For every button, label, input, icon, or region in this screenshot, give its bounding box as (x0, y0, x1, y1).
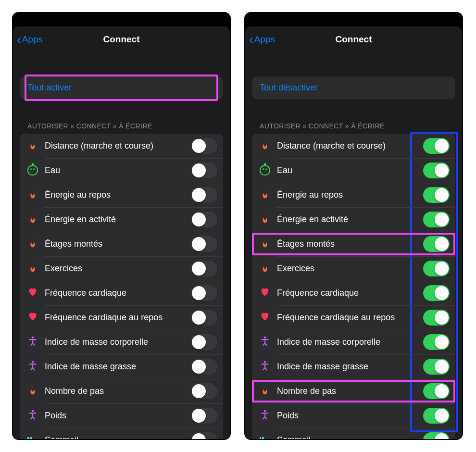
row-distance: Distance (marche et course) (252, 134, 455, 158)
row-label: Énergie au repos (45, 190, 191, 200)
svg-rect-3 (27, 439, 38, 439)
svg-rect-10 (260, 437, 261, 439)
row-label: Étages montés (45, 239, 191, 249)
row-distance: Distance (marche et course) (20, 134, 223, 158)
svg-point-5 (30, 437, 32, 439)
heart-icon (25, 287, 40, 300)
food-icon (25, 164, 40, 177)
row-exercise: Exercices (20, 256, 223, 281)
body-icon (25, 336, 40, 349)
toggle-exercise[interactable] (423, 261, 450, 276)
row-label: Distance (marche et course) (45, 141, 191, 151)
flame-icon (25, 385, 40, 398)
nav-bar: ‹ Apps Connect (245, 26, 462, 52)
toggle-sleep[interactable] (423, 432, 450, 439)
body-icon (25, 409, 40, 423)
nav-title: Connect (13, 34, 230, 45)
row-label: Énergie en activité (45, 214, 191, 225)
back-button[interactable]: ‹ Apps (17, 33, 43, 46)
row-bmi: Indice de masse corporelle (20, 330, 223, 354)
svg-point-2 (32, 410, 34, 412)
row-label: Indice de masse grasse (277, 362, 423, 372)
toggle-steps[interactable] (191, 383, 217, 399)
section-header: AUTORISER « CONNECT » À ÉCRIRE (252, 122, 455, 130)
flame-icon (258, 188, 272, 202)
toggle-distance[interactable] (423, 138, 450, 154)
row-label: Eau (277, 165, 423, 176)
toggle-rest-hr[interactable] (423, 310, 450, 326)
svg-point-11 (262, 437, 264, 439)
toggle-steps[interactable] (423, 383, 450, 399)
toggle-rest-hr[interactable] (191, 310, 217, 326)
toggle-rest-energy[interactable] (423, 187, 450, 203)
toggle-distance[interactable] (191, 138, 217, 154)
row-flights: Étages montés (20, 232, 223, 256)
flame-icon (25, 238, 40, 251)
food-icon (258, 164, 272, 177)
row-label: Fréquence cardiaque au repos (277, 313, 423, 323)
chevron-left-icon: ‹ (249, 33, 253, 46)
row-water: Eau (252, 158, 455, 183)
toggle-weight[interactable] (423, 408, 450, 424)
row-label: Fréquence cardiaque (45, 288, 191, 298)
toggle-bmi[interactable] (191, 334, 217, 350)
toggle-bmi[interactable] (423, 334, 450, 350)
row-steps: Nombre de pas (252, 379, 455, 403)
row-label: Poids (45, 411, 191, 421)
disable-all-button[interactable]: Tout désactiver (252, 76, 455, 99)
nav-title: Connect (245, 34, 462, 45)
toggle-water[interactable] (191, 163, 217, 178)
row-hr: Fréquence cardiaque (252, 281, 455, 305)
row-label: Exercices (45, 264, 191, 274)
row-label: Fréquence cardiaque (277, 288, 423, 298)
content: Tout désactiver AUTORISER « CONNECT » À … (245, 52, 462, 439)
toggle-sleep[interactable] (191, 432, 217, 439)
back-label: Apps (254, 34, 275, 45)
toggle-active-energy[interactable] (423, 212, 450, 227)
row-sleep: Sommeil (20, 428, 223, 439)
toggle-active-energy[interactable] (191, 212, 217, 227)
row-label: Poids (277, 411, 423, 421)
row-label: Indice de masse corporelle (45, 337, 191, 347)
flame-icon (25, 188, 40, 202)
heart-icon (25, 311, 40, 325)
row-rest-hr: Fréquence cardiaque au repos (20, 305, 223, 330)
permissions-list: Distance (marche et course) Eau Énergie … (20, 134, 223, 439)
toggle-hr[interactable] (423, 285, 450, 301)
flame-icon (258, 139, 272, 153)
toggle-flights[interactable] (191, 236, 217, 252)
toggle-water[interactable] (423, 163, 450, 178)
enable-all-button[interactable]: Tout activer (20, 76, 223, 99)
toggle-fat[interactable] (191, 359, 217, 375)
permissions-list: Distance (marche et course) Eau Énergie … (252, 134, 455, 439)
sheet: ‹ Apps Connect Tout désactiver AUTORISER… (245, 26, 462, 439)
flame-icon (258, 238, 272, 251)
svg-rect-4 (27, 437, 29, 439)
bed-icon (258, 434, 272, 439)
row-label: Étages montés (277, 239, 423, 249)
row-label: Énergie au repos (277, 190, 423, 200)
row-label: Nombre de pas (45, 386, 191, 396)
toggle-rest-energy[interactable] (191, 187, 217, 203)
body-icon (258, 336, 272, 349)
flame-icon (258, 262, 272, 276)
heart-icon (258, 311, 272, 325)
toggle-flights[interactable] (423, 236, 450, 252)
back-button[interactable]: ‹ Apps (249, 33, 275, 46)
row-steps: Nombre de pas (20, 379, 223, 403)
status-spacer (12, 12, 231, 26)
svg-point-8 (264, 410, 266, 412)
toggle-exercise[interactable] (191, 261, 217, 276)
row-exercise: Exercices (252, 256, 455, 281)
row-rest-hr: Fréquence cardiaque au repos (252, 305, 455, 330)
flame-icon (258, 213, 272, 226)
row-active-energy: Énergie en activité (252, 207, 455, 232)
phone-left: ‹ Apps Connect Tout activer AUTORISER « … (12, 12, 231, 440)
toggle-fat[interactable] (423, 359, 450, 375)
flame-icon (25, 139, 40, 153)
row-rest-energy: Énergie au repos (20, 183, 223, 207)
row-water: Eau (20, 158, 223, 183)
toggle-hr[interactable] (191, 285, 217, 301)
row-label: Sommeil (45, 435, 191, 439)
toggle-weight[interactable] (191, 408, 217, 424)
